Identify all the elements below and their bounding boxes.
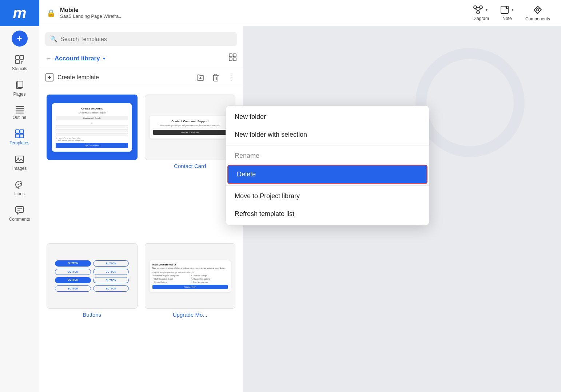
delete-highlight-wrapper: Delete: [227, 165, 427, 184]
svg-rect-10: [16, 60, 19, 64]
logo-icon: m: [13, 4, 26, 22]
sidebar-item-comments[interactable]: Comments: [0, 201, 39, 225]
create-template-label: Create template: [57, 74, 191, 81]
template-name-buttons: Buttons: [47, 312, 138, 318]
svg-rect-13: [18, 81, 23, 88]
svg-rect-26: [16, 207, 24, 212]
template-thumb-signup: Create Account Already have an account? …: [47, 95, 138, 160]
menu-item-delete[interactable]: Delete: [228, 165, 427, 183]
menu-item-new-folder-selection[interactable]: New folder with selection: [226, 126, 429, 144]
svg-rect-6: [501, 6, 508, 13]
stencils-icon: T: [15, 55, 25, 65]
pages-icon: [15, 80, 25, 90]
svg-point-2: [477, 11, 480, 14]
svg-point-7: [537, 9, 539, 11]
delete-button[interactable]: [210, 72, 222, 83]
template-name-signup: Sign Up Modal: [47, 163, 138, 169]
canvas-decoration: [415, 48, 525, 157]
lock-icon: 🔒: [47, 9, 56, 17]
note-icon: [500, 5, 509, 15]
templates-label: Templates: [9, 140, 29, 145]
grid-view-button[interactable]: [229, 53, 237, 63]
svg-point-24: [17, 184, 19, 185]
more-options-button[interactable]: ⋮: [225, 72, 237, 83]
sidebar: + T Stencils Pages Outline: [0, 26, 39, 392]
menu-divider-2: [226, 185, 429, 186]
svg-line-4: [475, 9, 478, 11]
library-header: ← Account library ▾: [39, 52, 243, 68]
template-name-upgrade: Upgrade Mo...: [145, 312, 236, 318]
images-icon: [15, 154, 25, 164]
icons-icon: [15, 180, 25, 190]
topbar: m 🔒 Mobile SaaS Landing Page Wirefra... …: [0, 0, 561, 26]
stencils-label: Stencils: [12, 66, 27, 71]
library-dropdown-arrow[interactable]: ▾: [103, 56, 105, 61]
template-name-contact: Contact Card: [145, 163, 236, 169]
file-name: Mobile: [60, 7, 123, 13]
menu-item-new-folder[interactable]: New folder: [226, 108, 429, 126]
search-bar[interactable]: 🔍: [45, 32, 237, 46]
note-label: Note: [502, 16, 512, 21]
diagram-icon: [473, 5, 483, 15]
plus-icon: +: [17, 33, 22, 44]
images-label: Images: [12, 166, 27, 171]
svg-rect-19: [20, 130, 24, 133]
note-tool[interactable]: ▼ Note: [500, 5, 514, 21]
templates-panel: 🔍 ← Account library ▾ Create template: [39, 26, 243, 392]
topbar-tools: ▼ Diagram ▼ Note Components: [473, 5, 561, 21]
menu-item-rename[interactable]: Rename: [226, 147, 429, 165]
search-icon: 🔍: [50, 36, 57, 43]
create-icon: [45, 73, 54, 82]
sidebar-item-outline[interactable]: Outline: [0, 102, 39, 124]
svg-point-25: [20, 183, 21, 184]
sidebar-item-pages[interactable]: Pages: [0, 76, 39, 100]
template-item-upgrade[interactable]: Nam posuere est ut Nam accumsan ex et od…: [145, 243, 236, 385]
back-button[interactable]: ←: [45, 55, 52, 62]
new-folder-button[interactable]: [195, 72, 206, 83]
file-title-block: Mobile SaaS Landing Page Wirefra...: [60, 7, 123, 19]
template-item-contact[interactable]: Contact Customer Support We are waiting …: [145, 95, 236, 236]
components-label: Components: [525, 16, 550, 21]
svg-text:T: T: [21, 61, 23, 64]
components-tool[interactable]: Components: [525, 5, 550, 21]
svg-point-23: [17, 157, 19, 159]
comments-icon: [15, 205, 25, 215]
template-item-signup[interactable]: Create Account Already have an account? …: [47, 95, 138, 236]
templates-grid: Create Account Already have an account? …: [39, 87, 243, 392]
diagram-tool[interactable]: ▼ Diagram: [473, 5, 489, 21]
components-icon: [533, 5, 543, 15]
sidebar-item-images[interactable]: Images: [0, 151, 39, 175]
svg-rect-18: [16, 130, 19, 133]
file-info: 🔒 Mobile SaaS Landing Page Wirefra...: [39, 7, 130, 19]
template-thumb-contact: Contact Customer Support We are waiting …: [145, 95, 236, 160]
outline-label: Outline: [12, 115, 26, 120]
svg-point-0: [474, 6, 477, 9]
create-template-bar: Create template ⋮: [39, 68, 243, 87]
note-arrow: ▼: [511, 8, 514, 12]
svg-rect-21: [20, 134, 24, 138]
menu-item-move-project[interactable]: Move to Project library: [226, 187, 429, 205]
sidebar-item-stencils[interactable]: T Stencils: [0, 51, 39, 75]
pages-label: Pages: [13, 92, 25, 97]
menu-item-refresh[interactable]: Refresh template list: [226, 205, 429, 223]
svg-rect-22: [16, 156, 24, 163]
logo-area[interactable]: m: [0, 0, 39, 26]
diagram-arrow: ▼: [485, 8, 488, 12]
library-link[interactable]: Account library: [55, 55, 100, 62]
icons-label: Icons: [14, 191, 25, 196]
context-menu: New folder New folder with selection Ren…: [226, 105, 429, 225]
add-button[interactable]: +: [12, 31, 28, 47]
svg-rect-9: [20, 56, 24, 59]
sidebar-item-icons[interactable]: Icons: [0, 176, 39, 200]
outline-icon: [15, 105, 25, 113]
file-subtitle: SaaS Landing Page Wirefra...: [60, 13, 123, 19]
svg-rect-29: [229, 54, 232, 57]
comments-label: Comments: [9, 217, 30, 222]
svg-rect-32: [233, 58, 236, 61]
template-thumb-buttons: BUTTON BUTTON BUTTON BUTTON BUTTON BUTTO…: [47, 243, 138, 309]
svg-rect-31: [229, 58, 232, 61]
search-input[interactable]: [60, 36, 232, 43]
sidebar-item-templates[interactable]: Templates: [0, 125, 39, 149]
svg-rect-20: [16, 134, 19, 138]
template-item-buttons[interactable]: BUTTON BUTTON BUTTON BUTTON BUTTON BUTTO…: [47, 243, 138, 385]
